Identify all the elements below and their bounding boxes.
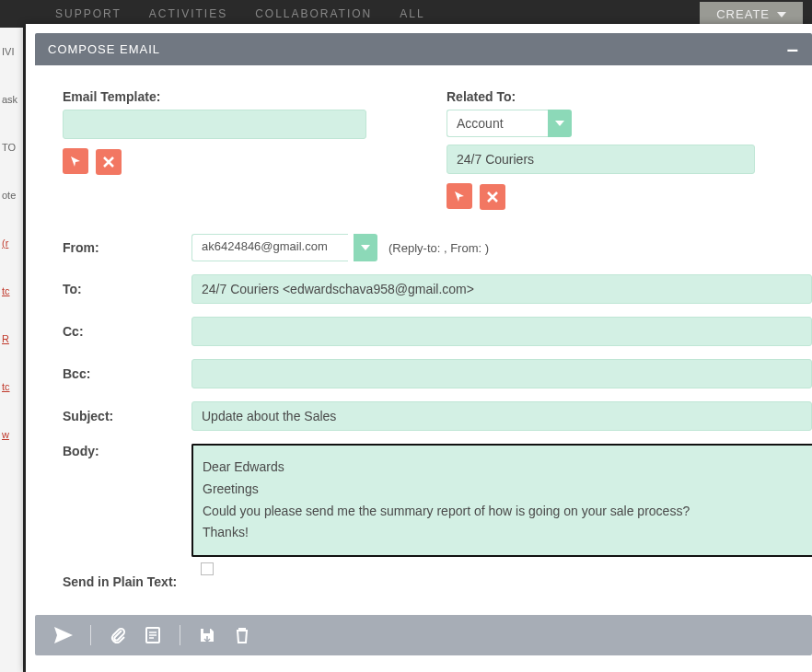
save-draft-button[interactable] xyxy=(191,620,223,650)
caret-down-icon xyxy=(555,121,564,126)
side-frag: R xyxy=(0,315,23,363)
related-value-input[interactable]: 24/7 Couriers xyxy=(447,145,755,174)
side-frag: tc xyxy=(0,267,23,315)
separator xyxy=(90,625,91,645)
clear-related-button[interactable] xyxy=(480,184,505,210)
cc-input[interactable] xyxy=(191,317,812,346)
bg-sidebar: IVI ask TO ote (r tc R tc w xyxy=(0,28,23,672)
related-type-caret[interactable] xyxy=(548,110,572,137)
modal-titlebar: COMPOSE EMAIL – xyxy=(35,33,812,65)
attach-button[interactable] xyxy=(102,620,133,650)
close-icon xyxy=(103,156,114,168)
to-input[interactable]: 24/7 Couriers <edwardschava958@gmail.com… xyxy=(191,274,812,304)
nav-item: ACTIVITIES xyxy=(149,7,227,20)
modal-content: Email Template: xyxy=(35,65,812,615)
related-to-label: Related To: xyxy=(447,89,812,104)
delete-button[interactable] xyxy=(226,620,258,650)
side-frag: ote xyxy=(0,171,23,219)
email-template-input[interactable] xyxy=(63,110,366,139)
paperclip-icon xyxy=(110,627,126,643)
side-frag: ask xyxy=(0,75,23,123)
send-button[interactable] xyxy=(48,620,79,650)
nav-item: COLLABORATION xyxy=(255,7,372,20)
caret-down-icon xyxy=(777,12,786,17)
clear-template-button[interactable] xyxy=(96,149,122,175)
select-related-button[interactable] xyxy=(447,183,472,209)
side-frag: w xyxy=(0,411,23,458)
compose-modal: COMPOSE EMAIL – Email Template: xyxy=(26,24,812,672)
bcc-input[interactable] xyxy=(191,359,812,388)
separator xyxy=(180,625,180,645)
side-frag: tc xyxy=(0,363,23,411)
side-frag: IVI xyxy=(0,28,23,75)
plaintext-checkbox[interactable] xyxy=(201,562,214,575)
caret-down-icon xyxy=(361,245,370,250)
email-template-label: Email Template: xyxy=(63,89,428,104)
create-label: CREATE xyxy=(716,7,770,21)
side-frag: (r xyxy=(0,219,23,267)
send-icon xyxy=(54,627,73,643)
trash-icon xyxy=(235,627,249,643)
body-textarea[interactable]: Dear Edwards Greetings Could you please … xyxy=(191,444,812,557)
subject-label: Subject: xyxy=(63,409,191,423)
cursor-icon xyxy=(453,190,466,203)
create-button[interactable]: CREATE xyxy=(700,2,803,27)
cc-label: Cc: xyxy=(63,324,191,339)
svg-rect-4 xyxy=(203,629,210,633)
document-icon xyxy=(145,627,160,643)
template-button[interactable] xyxy=(137,620,168,650)
related-type-select[interactable]: Account xyxy=(447,110,548,137)
minimize-icon[interactable]: – xyxy=(787,45,799,54)
modal-title: COMPOSE EMAIL xyxy=(48,42,160,56)
side-frag: TO xyxy=(0,123,23,171)
select-template-button[interactable] xyxy=(63,148,88,174)
from-select[interactable]: ak6424846@gmail.com xyxy=(191,234,348,261)
bcc-label: Bcc: xyxy=(63,366,191,381)
modal-footer xyxy=(35,615,812,655)
close-icon xyxy=(487,191,498,203)
nav-item: ALL xyxy=(400,7,424,20)
subject-input[interactable]: Update about the Sales xyxy=(191,401,812,431)
plaintext-label: Send in Plain Text: xyxy=(63,574,201,589)
cursor-icon xyxy=(69,155,82,168)
from-label: From: xyxy=(63,240,191,255)
save-icon xyxy=(199,627,215,643)
from-caret[interactable] xyxy=(354,234,377,261)
body-label: Body: xyxy=(63,444,191,458)
reply-from-hint: (Reply-to: , From: ) xyxy=(389,241,489,255)
to-label: To: xyxy=(63,282,191,296)
nav-item: SUPPORT xyxy=(55,7,122,20)
